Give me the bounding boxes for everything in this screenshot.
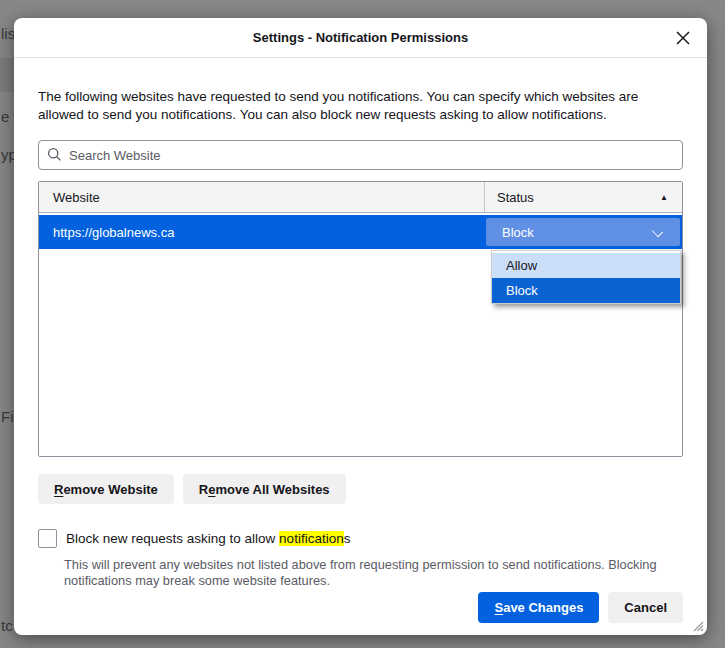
dialog-body: The following websites have requested to… bbox=[14, 58, 707, 623]
accesskey: R bbox=[54, 482, 63, 497]
dropdown-option-block[interactable]: Block bbox=[492, 278, 680, 303]
remove-buttons-row: Remove Website Remove All Websites bbox=[38, 474, 683, 504]
block-requests-row: Block new requests asking to allow notif… bbox=[38, 529, 683, 548]
search-input[interactable] bbox=[38, 140, 683, 170]
table-row[interactable]: https://globalnews.ca Block bbox=[39, 215, 682, 249]
permissions-listbox: Website Status ▲ https://globalnews.ca B… bbox=[38, 181, 683, 457]
close-icon bbox=[676, 31, 690, 45]
dialog-titlebar: Settings - Notification Permissions bbox=[14, 18, 707, 58]
column-header-status-label: Status bbox=[497, 190, 534, 205]
chevron-down-icon bbox=[652, 226, 663, 237]
sort-ascending-icon: ▲ bbox=[660, 193, 668, 202]
label-part: emove Website bbox=[63, 482, 157, 497]
block-requests-label[interactable]: Block new requests asking to allow notif… bbox=[66, 531, 350, 546]
listbox-header: Website Status ▲ bbox=[39, 182, 682, 213]
remove-website-button[interactable]: Remove Website bbox=[38, 474, 174, 504]
search-highlight: notification bbox=[279, 531, 344, 546]
status-select[interactable]: Block bbox=[486, 218, 680, 246]
column-header-status[interactable]: Status ▲ bbox=[484, 182, 682, 212]
status-select-value: Block bbox=[486, 225, 534, 240]
column-header-website[interactable]: Website bbox=[39, 182, 484, 212]
search-icon bbox=[47, 147, 62, 162]
close-button[interactable] bbox=[671, 26, 695, 50]
label-part: ave Changes bbox=[503, 600, 583, 615]
cancel-button[interactable]: Cancel bbox=[608, 592, 683, 623]
label-part: move All Websites bbox=[215, 482, 329, 497]
block-requests-checkbox[interactable] bbox=[38, 529, 57, 548]
background-text-fragment: tc bbox=[1, 617, 13, 634]
notification-permissions-dialog: Settings - Notification Permissions The … bbox=[14, 18, 707, 635]
website-url: https://globalnews.ca bbox=[39, 225, 174, 240]
block-requests-helper-text: This will prevent any websites not liste… bbox=[64, 557, 683, 588]
description-text: The following websites have requested to… bbox=[38, 88, 683, 123]
status-dropdown-popup: Allow Block bbox=[491, 250, 681, 304]
label-part: Block new requests asking to allow bbox=[66, 531, 279, 546]
label-part: R bbox=[199, 482, 208, 497]
remove-all-websites-button[interactable]: Remove All Websites bbox=[183, 474, 346, 504]
dialog-title: Settings - Notification Permissions bbox=[253, 30, 468, 45]
label-part: s bbox=[344, 531, 351, 546]
dropdown-option-allow[interactable]: Allow bbox=[492, 253, 680, 278]
search-field-wrapper bbox=[38, 140, 683, 170]
save-changes-button[interactable]: Save Changes bbox=[478, 592, 599, 623]
accesskey: S bbox=[494, 600, 503, 615]
column-header-website-label: Website bbox=[53, 190, 100, 205]
resize-grip[interactable] bbox=[689, 617, 704, 632]
dialog-footer: Save Changes Cancel bbox=[38, 592, 683, 623]
